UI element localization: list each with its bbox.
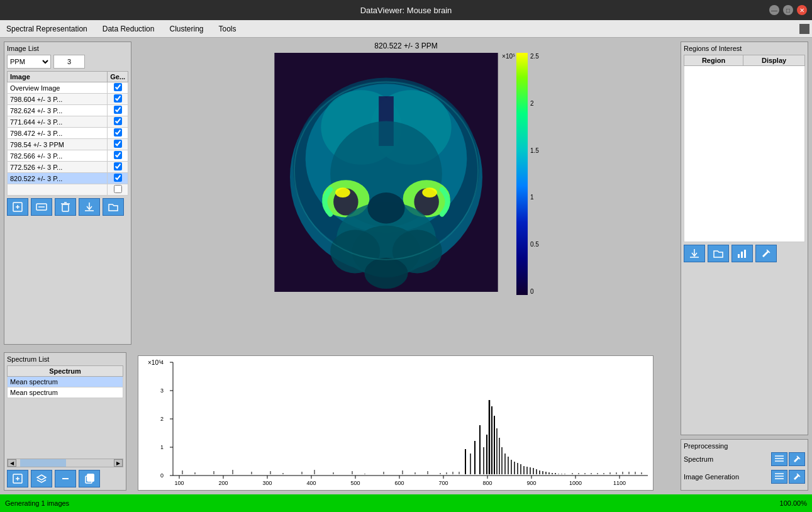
delete-button[interactable] (55, 198, 76, 216)
spectrum-col-header: Spectrum (8, 366, 123, 377)
table-row[interactable]: 798.54 +/- 3 PPM (8, 139, 128, 150)
image-display: 820.522 +/- 3 PPM (138, 42, 674, 352)
imagegeneration-edit-btn[interactable] (789, 470, 805, 484)
col-image: Image (8, 72, 108, 82)
preprocessing-spectrum-label: Spectrum (684, 455, 771, 463)
image-check[interactable] (108, 173, 128, 184)
minimize-button[interactable]: — (769, 5, 779, 15)
colorbar-label-top: 2.5 (530, 53, 539, 60)
roi-chart-button[interactable] (731, 245, 753, 262)
image-table: Image Ge... Overview Image 798.604 +/- 3… (7, 71, 128, 196)
image-check[interactable] (108, 105, 128, 116)
colorbar-label-0: 0 (530, 288, 539, 295)
spectrum-list-section: Spectrum List Spectrum Mean spectrum Mea… (4, 352, 126, 491)
image-name: 782.624 +/- 3 P... (8, 105, 108, 116)
image-check[interactable] (108, 139, 128, 150)
image-check[interactable] (108, 150, 128, 162)
image-name: 820.522 +/- 3 P... (8, 173, 108, 184)
scroll-left[interactable]: ◀ (8, 459, 16, 467)
spectrum-row[interactable]: Mean spectrum (8, 377, 123, 387)
table-row[interactable] (8, 184, 128, 196)
table-row[interactable]: Overview Image (8, 82, 128, 94)
image-check[interactable] (108, 184, 128, 196)
menu-data-reduction[interactable]: Data Reduction (99, 23, 159, 35)
spectrum-edit-btn[interactable] (789, 452, 805, 466)
spectrum-add-button[interactable] (7, 470, 28, 487)
svg-rect-140 (738, 254, 740, 258)
table-row[interactable]: 771.644 +/- 3 P... (8, 116, 128, 128)
roi-edit-button[interactable] (755, 245, 777, 262)
app-title: DataViewer: Mouse brain (360, 6, 452, 15)
svg-text:1: 1 (160, 444, 164, 450)
roi-col-display: Display (743, 55, 805, 66)
spectrum-table: Spectrum Mean spectrum Mean spectrum (7, 365, 123, 398)
image-list-toolbar (7, 198, 128, 216)
image-name: 798.54 +/- 3 PPM (8, 139, 108, 150)
folder-button[interactable] (103, 198, 124, 216)
svg-text:600: 600 (394, 480, 404, 486)
image-name: 798.604 +/- 3 P... (8, 94, 108, 105)
imagegeneration-list-btn[interactable] (771, 470, 787, 484)
preprocessing-imagegeneration-label: Image Generation (684, 473, 771, 481)
download-button[interactable] (79, 198, 100, 216)
svg-text:100: 100 (174, 480, 184, 486)
image-check[interactable] (108, 116, 128, 128)
roi-download-button[interactable] (684, 245, 705, 262)
colorbar-area: ×10⁵ 2.5 2 1.5 1 0.5 0 (502, 53, 539, 295)
image-check[interactable] (108, 128, 128, 139)
spectrum-list-btn[interactable] (771, 452, 787, 466)
ppm-input[interactable] (53, 55, 85, 69)
spectrum-copy-button[interactable] (79, 470, 100, 487)
normalize-button[interactable] (31, 198, 52, 216)
close-button[interactable]: ✕ (797, 5, 807, 15)
image-check[interactable] (108, 162, 128, 173)
image-name: 798.472 +/- 3 P... (8, 128, 108, 139)
image-list-label: Image List (7, 45, 128, 52)
preprocessing-spectrum-buttons (771, 452, 805, 466)
colorbar-label-15: 1.5 (530, 147, 539, 154)
center-panel: 820.522 +/- 3 PPM (135, 38, 677, 494)
col-generate: Ge... (108, 72, 128, 82)
spectrum-name: Mean spectrum (8, 387, 123, 398)
scroll-right[interactable]: ▶ (114, 459, 123, 467)
image-title: 820.522 +/- 3 PPM (374, 42, 437, 50)
spectrum-chart-area: ×10⁵ 0 1 2 3 4 (138, 355, 674, 491)
image-check[interactable] (108, 82, 128, 94)
svg-text:1100: 1100 (613, 480, 626, 486)
colorbar-labels: 2.5 2 1.5 1 0.5 0 (528, 53, 539, 295)
table-row[interactable]: 798.472 +/- 3 P... (8, 128, 128, 139)
image-list-section: Image List PPM Image Ge... (4, 42, 131, 345)
table-row[interactable]: 798.604 +/- 3 P... (8, 94, 128, 105)
svg-text:700: 700 (438, 480, 448, 486)
menu-spectral-representation[interactable]: Spectral Representation (3, 23, 91, 35)
svg-text:800: 800 (482, 480, 492, 486)
ppm-select[interactable]: PPM (7, 55, 51, 69)
table-row[interactable]: 782.624 +/- 3 P... (8, 105, 128, 116)
scrollbar-thumb[interactable] (20, 459, 66, 467)
table-row[interactable]: 772.526 +/- 3 P... (8, 162, 128, 173)
menu-icon-button[interactable] (799, 24, 809, 34)
svg-text:500: 500 (350, 480, 360, 486)
add-image-button[interactable] (7, 198, 28, 216)
roi-folder-button[interactable] (708, 245, 729, 262)
spectrum-scrollbar[interactable]: ◀ ▶ (7, 459, 123, 467)
menu-tools[interactable]: Tools (215, 23, 240, 35)
spectrum-layers-button[interactable] (31, 470, 52, 487)
table-row[interactable]: 782.566 +/- 3 P... (8, 150, 128, 162)
maximize-button[interactable]: □ (783, 5, 793, 15)
status-bar: Generating 1 images 100.00% (0, 494, 812, 512)
spectrum-row[interactable]: Mean spectrum (8, 387, 123, 398)
preprocessing-label: Preprocessing (684, 442, 805, 450)
left-panel: Image List PPM Image Ge... (0, 38, 135, 494)
table-row[interactable]: 820.522 +/- 3 P... (8, 173, 128, 184)
menu-clustering[interactable]: Clustering (165, 23, 207, 35)
svg-rect-5 (62, 204, 69, 211)
image-check[interactable] (108, 94, 128, 105)
colorbar-label-1: 1 (530, 194, 539, 201)
roi-table: Region Display (684, 55, 805, 242)
brain-image (273, 53, 499, 292)
spectrum-remove-button[interactable] (55, 470, 76, 487)
svg-text:0: 0 (160, 472, 164, 479)
svg-text:4: 4 (160, 359, 164, 365)
preprocessing-spectrum-row: Spectrum (684, 452, 805, 466)
